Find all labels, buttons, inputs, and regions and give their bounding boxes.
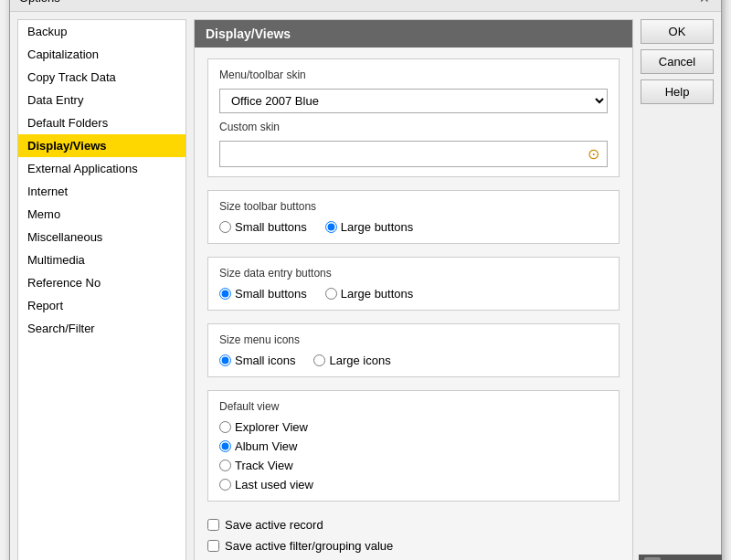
large-buttons-toolbar-label[interactable]: Large buttons: [325, 220, 414, 234]
ok-button[interactable]: OK: [641, 19, 714, 44]
large-buttons-data-text: Large buttons: [341, 287, 414, 301]
custom-skin-input[interactable]: [220, 143, 580, 164]
panel-title: Display/Views: [195, 20, 632, 48]
help-button[interactable]: Help: [641, 79, 714, 104]
buttons-panel: OK Cancel Help: [641, 19, 714, 561]
size-data-entry-group: Small buttons Large buttons: [219, 287, 608, 301]
sidebar-item-memo[interactable]: Memo: [18, 203, 185, 226]
small-icons-text: Small icons: [235, 354, 295, 367]
sidebar-item-data-entry[interactable]: Data Entry: [18, 89, 185, 111]
window-body: BackupCapitalizationCopy Track DataData …: [10, 12, 721, 561]
checkboxes-group: Save active record Save active filter/gr…: [207, 514, 620, 556]
large-buttons-data-radio[interactable]: [325, 288, 337, 300]
small-buttons-data-radio[interactable]: [219, 288, 231, 300]
size-menu-icons-label: Size menu icons: [219, 333, 608, 346]
menu-toolbar-skin-section: Menu/toolbar skin Office 2007 BlueDefaul…: [207, 58, 620, 177]
default-view-section: Default view Explorer View Album View: [207, 390, 620, 502]
large-icons-radio[interactable]: [313, 354, 325, 366]
track-view-text: Track View: [235, 459, 293, 472]
window-title: Options: [19, 0, 60, 5]
sidebar-item-default-folders[interactable]: Default Folders: [18, 111, 185, 134]
large-icons-label[interactable]: Large icons: [313, 354, 390, 367]
custom-skin-label: Custom skin: [219, 121, 608, 133]
small-icons-label[interactable]: Small icons: [219, 354, 295, 367]
small-buttons-toolbar-label[interactable]: Small buttons: [219, 220, 307, 234]
skin-dropdown[interactable]: Office 2007 BlueDefaultOffice 2010 BlueO…: [219, 89, 608, 113]
small-buttons-toolbar-text: Small buttons: [235, 220, 307, 234]
sidebar-item-backup[interactable]: Backup: [18, 20, 185, 43]
cancel-button[interactable]: Cancel: [641, 49, 714, 74]
options-window: Options ✕ BackupCapitalizationCopy Track…: [9, 0, 722, 560]
save-active-record-label[interactable]: Save active record: [207, 518, 620, 532]
browse-icon[interactable]: ⊙: [580, 142, 607, 166]
sidebar-item-display-views[interactable]: Display/Views: [18, 134, 185, 157]
sidebar: BackupCapitalizationCopy Track DataData …: [17, 19, 186, 561]
panel-body: Menu/toolbar skin Office 2007 BlueDefaul…: [195, 48, 632, 561]
sidebar-item-external-applications[interactable]: External Applications: [18, 157, 185, 180]
large-buttons-data-label[interactable]: Large buttons: [325, 287, 414, 301]
explorer-view-radio[interactable]: [219, 421, 231, 433]
lo4d-badge: 🦉 LO4D.com: [639, 555, 722, 561]
sidebar-item-miscellaneous[interactable]: Miscellaneous: [18, 226, 185, 248]
save-active-record-checkbox[interactable]: [207, 519, 219, 531]
size-menu-icons-group: Small icons Large icons: [219, 354, 608, 367]
save-active-filter-text: Save active filter/grouping value: [225, 539, 393, 553]
large-icons-text: Large icons: [329, 354, 390, 367]
sidebar-item-capitalization[interactable]: Capitalization: [18, 43, 185, 66]
large-buttons-toolbar-radio[interactable]: [325, 221, 337, 233]
content-panel: Display/Views Menu/toolbar skin Office 2…: [194, 19, 633, 561]
size-toolbar-buttons-label: Size toolbar buttons: [219, 200, 608, 213]
menu-toolbar-skin-label: Menu/toolbar skin: [219, 69, 608, 81]
last-used-view-text: Last used view: [235, 478, 313, 491]
album-view-label[interactable]: Album View: [219, 439, 608, 453]
size-toolbar-buttons-section: Size toolbar buttons Small buttons Large…: [207, 190, 620, 244]
track-view-radio[interactable]: [219, 460, 231, 471]
explorer-view-text: Explorer View: [235, 420, 308, 434]
sidebar-item-internet[interactable]: Internet: [18, 180, 185, 203]
title-bar: Options ✕: [10, 0, 721, 12]
sidebar-item-report[interactable]: Report: [18, 294, 185, 317]
size-toolbar-buttons-group: Small buttons Large buttons: [219, 220, 608, 234]
main-area: Display/Views Menu/toolbar skin Office 2…: [194, 19, 633, 561]
size-data-entry-section: Size data entry buttons Small buttons La…: [207, 257, 620, 311]
custom-skin-input-wrapper: ⊙: [219, 141, 608, 167]
explorer-view-label[interactable]: Explorer View: [219, 420, 608, 434]
close-button[interactable]: ✕: [697, 0, 712, 5]
small-buttons-data-text: Small buttons: [235, 287, 307, 301]
large-buttons-toolbar-text: Large buttons: [341, 220, 414, 234]
album-view-text: Album View: [235, 439, 297, 453]
sidebar-item-multimedia[interactable]: Multimedia: [18, 248, 185, 271]
sidebar-item-search-filter[interactable]: Search/Filter: [18, 317, 185, 340]
last-used-view-radio[interactable]: [219, 479, 231, 491]
default-view-label: Default view: [219, 400, 608, 413]
size-data-entry-label: Size data entry buttons: [219, 267, 608, 280]
last-used-view-label[interactable]: Last used view: [219, 478, 608, 491]
sidebar-item-reference-no[interactable]: Reference No: [18, 271, 185, 294]
album-view-radio[interactable]: [219, 440, 231, 452]
sidebar-item-copy-track-data[interactable]: Copy Track Data: [18, 66, 185, 89]
save-active-filter-checkbox[interactable]: [207, 540, 219, 552]
track-view-label[interactable]: Track View: [219, 459, 608, 472]
small-icons-radio[interactable]: [219, 354, 231, 366]
save-active-record-text: Save active record: [225, 518, 323, 532]
default-view-options: Explorer View Album View Track View: [219, 420, 608, 491]
save-active-filter-label[interactable]: Save active filter/grouping value: [207, 539, 620, 553]
small-buttons-toolbar-radio[interactable]: [219, 221, 231, 233]
size-menu-icons-section: Size menu icons Small icons Large icons: [207, 323, 620, 377]
lo4d-owl-icon: 🦉: [644, 557, 661, 561]
small-buttons-data-label[interactable]: Small buttons: [219, 287, 307, 301]
